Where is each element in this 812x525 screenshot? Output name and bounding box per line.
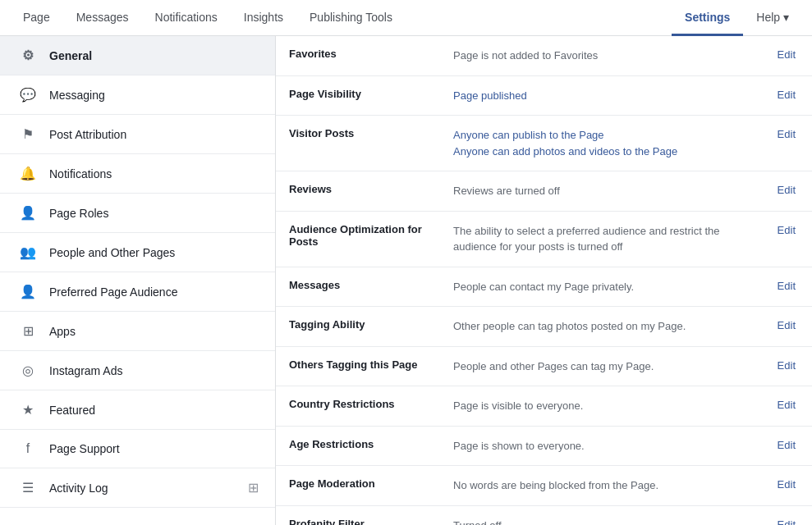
sidebar-item-general[interactable]: ⚙General [0, 36, 275, 75]
settings-row-profanity-filter: Profanity FilterTurned offEdit [276, 505, 812, 525]
audience-icon: 👤 [16, 284, 39, 299]
sidebar-item-label: Page Roles [49, 207, 259, 220]
settings-table: FavoritesPage is not added to FavoritesE… [276, 36, 812, 525]
settings-row-edit[interactable]: Edit [763, 505, 812, 525]
settings-row-description: People and other Pages can tag my Page. [440, 346, 763, 386]
settings-row-edit[interactable]: Edit [763, 466, 812, 506]
msg-icon: 💬 [16, 87, 39, 103]
nav-spacer [406, 0, 672, 35]
settings-row-edit[interactable]: Edit [763, 36, 812, 75]
settings-row-edit[interactable]: Edit [763, 426, 812, 466]
sidebar-item-label: Post Attribution [49, 128, 259, 141]
settings-row-tagging-ability: Tagging AbilityOther people can tag phot… [276, 307, 812, 347]
top-nav: Page Messages Notifications Insights Pub… [0, 0, 812, 36]
settings-row-edit[interactable]: Edit [763, 171, 812, 212]
edit-link-profanity-filter[interactable]: Edit [778, 518, 796, 526]
edit-link-visitor-posts[interactable]: Edit [778, 128, 796, 140]
sidebar-item-page-roles[interactable]: 👤Page Roles [0, 194, 275, 233]
nav-item-insights[interactable]: Insights [231, 0, 296, 36]
settings-row-label: Reviews [276, 171, 440, 212]
settings-row-description: The ability to select a preferred audien… [440, 211, 763, 267]
settings-row-edit[interactable]: Edit [763, 211, 812, 267]
settings-row-label: Page Moderation [276, 466, 440, 506]
sidebar-item-label: Apps [49, 325, 259, 338]
settings-row-favorites: FavoritesPage is not added to FavoritesE… [276, 36, 812, 75]
nav-item-messages[interactable]: Messages [63, 0, 142, 36]
settings-row-label: Visitor Posts [276, 116, 440, 171]
sidebar-item-preferred-page-audience[interactable]: 👤Preferred Page Audience [0, 272, 275, 312]
nav-item-help[interactable]: Help ▾ [743, 0, 802, 36]
edit-link-messages[interactable]: Edit [778, 280, 796, 292]
sidebar-item-messaging[interactable]: 💬Messaging [0, 75, 275, 115]
edit-link-favorites[interactable]: Edit [778, 48, 796, 61]
bell-icon: 🔔 [16, 166, 39, 181]
sidebar-item-page-support[interactable]: fPage Support [0, 430, 275, 468]
settings-row-edit[interactable]: Edit [763, 116, 812, 171]
settings-row-description: Page is visible to everyone. [440, 386, 763, 427]
activity-log-export-icon[interactable]: ⊞ [248, 480, 259, 495]
sidebar-item-apps[interactable]: ⊞Apps [0, 312, 275, 351]
settings-row-label: Age Restrictions [276, 426, 440, 466]
edit-link-country-restrictions[interactable]: Edit [778, 399, 796, 411]
settings-row-description: People can contact my Page privately. [440, 267, 763, 307]
settings-row-description: No words are being blocked from the Page… [440, 466, 763, 506]
gear-icon: ⚙ [16, 48, 39, 63]
settings-row-label: Profanity Filter [276, 505, 440, 525]
settings-row-edit[interactable]: Edit [763, 346, 812, 386]
sidebar: ⚙General💬Messaging⚑Post Attribution🔔Noti… [0, 36, 276, 525]
settings-row-messages: MessagesPeople can contact my Page priva… [276, 267, 812, 307]
sidebar-item-label: Activity Log [49, 482, 248, 495]
settings-row-country-restrictions: Country RestrictionsPage is visible to e… [276, 386, 812, 427]
edit-link-reviews[interactable]: Edit [778, 184, 796, 196]
flag-icon: ⚑ [16, 126, 39, 142]
person-icon: 👤 [16, 205, 39, 221]
settings-row-description: Page is shown to everyone. [440, 426, 763, 466]
sidebar-item-post-attribution[interactable]: ⚑Post Attribution [0, 115, 275, 154]
sidebar-item-label: General [49, 49, 259, 62]
nav-item-page[interactable]: Page [10, 0, 63, 36]
edit-link-others-tagging[interactable]: Edit [778, 359, 796, 372]
main-content: FavoritesPage is not added to FavoritesE… [276, 36, 812, 525]
instagram-icon: ◎ [16, 363, 39, 378]
sidebar-item-label: People and Other Pages [49, 246, 259, 259]
sidebar-item-label: Preferred Page Audience [49, 285, 259, 299]
settings-row-label: Country Restrictions [276, 386, 440, 427]
sidebar-item-label: Page Support [49, 442, 259, 455]
settings-row-page-visibility: Page VisibilityPage publishedEdit [276, 75, 812, 116]
sidebar-item-notifications[interactable]: 🔔Notifications [0, 154, 275, 194]
sidebar-item-label: Instagram Ads [49, 364, 259, 377]
settings-row-label: Audience Optimization for Posts [276, 211, 440, 267]
sidebar-item-label: Notifications [49, 167, 259, 180]
edit-link-age-restrictions[interactable]: Edit [778, 439, 796, 451]
settings-row-reviews: ReviewsReviews are turned offEdit [276, 171, 812, 212]
settings-row-edit[interactable]: Edit [763, 386, 812, 427]
settings-row-description: Turned off [440, 505, 763, 525]
edit-link-audience-optimization[interactable]: Edit [778, 224, 796, 236]
sidebar-item-label: Featured [49, 404, 259, 417]
settings-row-edit[interactable]: Edit [763, 75, 812, 116]
nav-item-notifications[interactable]: Notifications [142, 0, 231, 36]
settings-row-description: Page is not added to Favorites [440, 36, 763, 75]
sidebar-item-people-other-pages[interactable]: 👥People and Other Pages [0, 233, 275, 272]
settings-row-others-tagging: Others Tagging this PagePeople and other… [276, 346, 812, 386]
settings-row-page-moderation: Page ModerationNo words are being blocke… [276, 466, 812, 506]
settings-row-edit[interactable]: Edit [763, 307, 812, 347]
edit-link-tagging-ability[interactable]: Edit [778, 319, 796, 331]
edit-link-page-moderation[interactable]: Edit [778, 478, 796, 491]
settings-row-label: Messages [276, 267, 440, 307]
nav-item-settings[interactable]: Settings [672, 0, 743, 36]
sidebar-item-activity-log[interactable]: ☰Activity Log⊞ [0, 468, 275, 508]
settings-row-description: Other people can tag photos posted on my… [440, 307, 763, 347]
settings-row-audience-optimization: Audience Optimization for PostsThe abili… [276, 211, 812, 267]
people-icon: 👥 [16, 244, 39, 260]
settings-row-description: Anyone can publish to the PageAnyone can… [440, 116, 763, 171]
star-icon: ★ [16, 402, 39, 418]
sidebar-item-instagram-ads[interactable]: ◎Instagram Ads [0, 351, 275, 390]
settings-row-edit[interactable]: Edit [763, 267, 812, 307]
list-icon: ☰ [16, 480, 39, 495]
settings-row-label: Favorites [276, 36, 440, 75]
settings-row-description: Page published [440, 75, 763, 116]
nav-item-publishing-tools[interactable]: Publishing Tools [296, 0, 406, 36]
sidebar-item-featured[interactable]: ★Featured [0, 390, 275, 430]
edit-link-page-visibility[interactable]: Edit [778, 89, 796, 101]
